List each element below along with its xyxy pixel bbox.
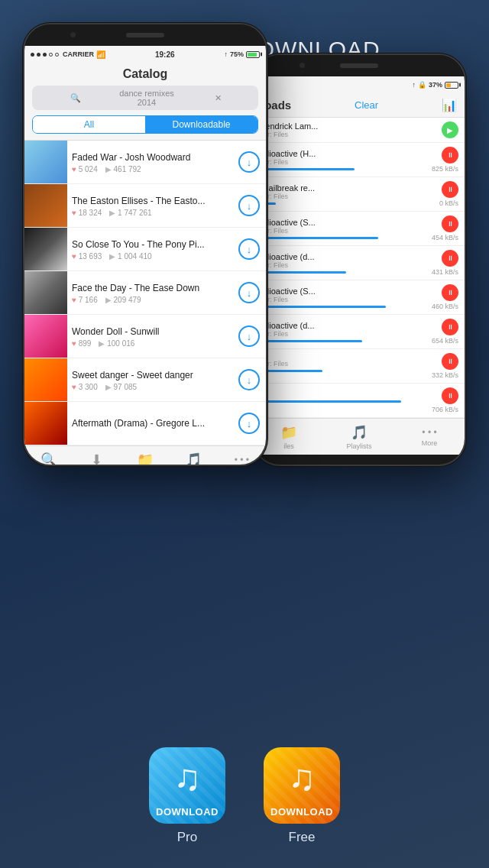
list-item[interactable]: Aftermath (Drama) - Gregore L... ↓ bbox=[24, 402, 266, 445]
song-thumb-2 bbox=[24, 184, 67, 227]
song-thumb-6 bbox=[24, 358, 67, 401]
tab-playlists-right[interactable]: 🎵 Playlists bbox=[324, 419, 394, 455]
dl-title-5: adioactive (d... bbox=[260, 252, 417, 261]
dl-sub-4: der: Files bbox=[260, 227, 417, 235]
tab-playlists-right-label: Playlists bbox=[346, 442, 371, 450]
speaker-right bbox=[340, 63, 378, 68]
list-item[interactable]: Faded War - Josh Woodward 5 024 461 792 … bbox=[24, 141, 266, 184]
filter-downloadable-tab[interactable]: Downloadable bbox=[145, 116, 257, 133]
signal-dot2 bbox=[37, 53, 40, 57]
download-btn-6[interactable]: ↓ bbox=[238, 369, 260, 390]
list-item[interactable]: So Close To You - The Pony Pi... 13 693 … bbox=[24, 228, 266, 271]
app-icon-free[interactable]: ♫ DOWNLOAD bbox=[264, 747, 340, 824]
download-btn-4[interactable]: ↓ bbox=[238, 282, 260, 303]
download-btn-3[interactable]: ↓ bbox=[238, 238, 260, 260]
plays-5: 100 016 bbox=[99, 339, 134, 348]
pause-btn-9[interactable]: ⏸ bbox=[442, 387, 458, 404]
list-item[interactable]: t Jailbreak re... der: Files ⏸ 0 kB/s bbox=[254, 177, 465, 212]
waveform-icon: 📊 bbox=[442, 98, 457, 112]
song-title-3: So Close To You - The Pony Pi... bbox=[72, 239, 234, 250]
dl-speed-3: 0 kB/s bbox=[422, 199, 458, 207]
carrier-label: CARRIER bbox=[63, 50, 94, 58]
dl-info-9 bbox=[260, 398, 417, 403]
download-btn-1[interactable]: ↓ bbox=[238, 151, 260, 173]
dl-speed-8: 332 kB/s bbox=[422, 371, 458, 379]
search-text: dance remixes 2014 bbox=[112, 89, 180, 107]
tab-catalog[interactable]: 🔍 Catalog bbox=[24, 446, 73, 466]
app-label-pro: DOWNLOAD bbox=[156, 806, 219, 818]
bottom-tabs-right: 📁 iles 🎵 Playlists • • • More bbox=[254, 418, 465, 455]
dl-sub-7: der: Files bbox=[260, 330, 417, 338]
tab-files[interactable]: 📁 Files bbox=[121, 446, 169, 466]
app-icons-row: ♫ DOWNLOAD Pro ♫ DOWNLOAD Free bbox=[149, 747, 340, 845]
left-phone: CARRIER 📶 19:26 ↑ 75% Catalog 🔍 bbox=[23, 23, 267, 466]
download-btn-2[interactable]: ↓ bbox=[238, 195, 260, 216]
list-item[interactable]: adioactive (d... der: Files ⏸ 431 kB/s bbox=[254, 246, 465, 280]
song-info-5: Wonder Doll - Sunwill 899 100 016 bbox=[67, 315, 238, 358]
play-btn-1[interactable]: ▶ bbox=[442, 121, 458, 138]
catalog-title: Catalog bbox=[32, 67, 258, 81]
search-bar[interactable]: 🔍 dance remixes 2014 ✕ bbox=[32, 86, 258, 110]
app-icon-pro[interactable]: ♫ DOWNLOAD bbox=[149, 747, 225, 824]
song-thumb-3 bbox=[24, 228, 67, 270]
dl-info-2: adioactive (H... der: Files bbox=[260, 149, 417, 170]
catalog-nav: Catalog 🔍 dance remixes 2014 ✕ All Downl… bbox=[24, 63, 266, 141]
dl-progress-7 bbox=[260, 340, 362, 342]
pause-btn-4[interactable]: ⏸ bbox=[442, 215, 458, 232]
dl-progress-5 bbox=[260, 271, 346, 274]
dl-speed-4: 454 kB/s bbox=[422, 234, 458, 241]
phone-top-right bbox=[254, 55, 465, 76]
phone-top-left bbox=[24, 24, 266, 46]
song-stats-4: 7 166 209 479 bbox=[72, 296, 234, 304]
dl-info-7: adioactive (d... der: Files bbox=[260, 321, 417, 342]
list-item[interactable]: Face the Day - The Ease Down 7 166 209 4… bbox=[24, 271, 266, 315]
tab-playlists[interactable]: 🎵 Playlists bbox=[170, 446, 218, 466]
dl-title-4: adioactive (S... bbox=[260, 218, 417, 227]
bottom-tabs-left: 🔍 Catalog ⬇ Downloads 📁 Files 🎵 Playlist… bbox=[24, 445, 266, 466]
plays-4: 209 479 bbox=[105, 296, 141, 304]
dl-speed-6: 460 kB/s bbox=[422, 303, 458, 310]
pause-btn-5[interactable]: ⏸ bbox=[442, 250, 458, 267]
playlists-icon-right: 🎵 bbox=[351, 424, 368, 441]
filter-all-tab[interactable]: All bbox=[33, 116, 145, 133]
list-item[interactable]: der: Files ⏸ 332 kB/s bbox=[254, 349, 465, 384]
list-item[interactable]: Kendrick Lam... der: Files ▶ bbox=[254, 118, 465, 143]
tab-more-right-label: More bbox=[422, 439, 438, 447]
playlists-icon: 🎵 bbox=[185, 452, 202, 467]
list-item[interactable]: ⏸ 706 kB/s bbox=[254, 384, 465, 418]
app-icon-pro-wrap[interactable]: ♫ DOWNLOAD Pro bbox=[149, 747, 225, 845]
signal-dot4 bbox=[49, 53, 53, 57]
filter-tabs: All Downloadable bbox=[32, 115, 258, 134]
tab-more[interactable]: • • • More bbox=[218, 446, 266, 466]
dl-speed-2: 825 kB/s bbox=[422, 165, 458, 173]
dl-speed-5: 431 kB/s bbox=[422, 268, 458, 276]
clear-button[interactable]: Clear bbox=[355, 99, 378, 111]
battery-pct-left: 75% bbox=[230, 50, 244, 58]
pause-btn-2[interactable]: ⏸ bbox=[442, 147, 458, 164]
list-item[interactable]: The Easton Ellises - The Easto... 18 324… bbox=[24, 184, 266, 228]
pause-btn-8[interactable]: ⏸ bbox=[442, 353, 458, 370]
list-item[interactable]: adioactive (H... der: Files ⏸ 825 kB/s bbox=[254, 143, 465, 177]
download-btn-5[interactable]: ↓ bbox=[238, 326, 260, 347]
song-thumb-5 bbox=[24, 315, 67, 358]
list-item[interactable]: Sweet danger - Sweet danger 3 300 97 085… bbox=[24, 358, 266, 402]
list-item[interactable]: Wonder Doll - Sunwill 899 100 016 ↓ bbox=[24, 315, 266, 358]
song-info-4: Face the Day - The Ease Down 7 166 209 4… bbox=[67, 271, 238, 314]
list-item[interactable]: adioactive (d... der: Files ⏸ 654 kB/s bbox=[254, 315, 465, 349]
battery-left bbox=[246, 51, 260, 58]
dl-speed-9: 706 kB/s bbox=[422, 406, 458, 413]
song-thumb-4 bbox=[24, 271, 67, 314]
dl-sub-1: der: Files bbox=[260, 131, 437, 138]
pause-btn-7[interactable]: ⏸ bbox=[442, 319, 458, 335]
list-item[interactable]: adioactive (S... der: Files ⏸ 460 kB/s bbox=[254, 280, 465, 315]
download-btn-7[interactable]: ↓ bbox=[238, 413, 260, 434]
list-item[interactable]: adioactive (S... der: Files ⏸ 454 kB/s bbox=[254, 212, 465, 246]
tab-downloads[interactable]: ⬇ Downloads bbox=[73, 446, 121, 466]
more-icon-right: • • • bbox=[422, 427, 436, 438]
tab-more-right[interactable]: • • • More bbox=[394, 419, 465, 455]
search-clear-icon[interactable]: ✕ bbox=[184, 93, 252, 103]
likes-6: 3 300 bbox=[72, 383, 98, 391]
pause-btn-3[interactable]: ⏸ bbox=[442, 181, 458, 198]
app-icon-free-wrap[interactable]: ♫ DOWNLOAD Free bbox=[264, 747, 340, 845]
pause-btn-6[interactable]: ⏸ bbox=[442, 284, 458, 301]
